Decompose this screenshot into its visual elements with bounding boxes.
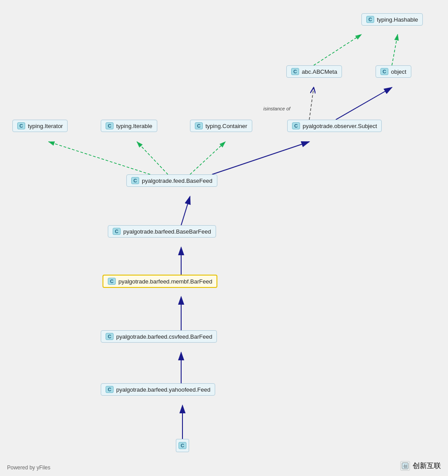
node-label: pyalgotrade.barfeed.membf.BarFeed	[118, 278, 212, 285]
node-label: pyalgotrade.barfeed.yahoofeed.Feed	[116, 386, 210, 393]
node-observer-subject[interactable]: C pyalgotrade.observer.Subject	[287, 120, 382, 132]
node-typing-iterable[interactable]: C typing.Iterable	[101, 120, 157, 132]
c-badge: C	[106, 122, 114, 129]
svg-line-9	[212, 142, 309, 174]
node-membf-barfeed[interactable]: C pyalgotrade.barfeed.membf.BarFeed	[103, 275, 217, 288]
node-label: pyalgotrade.observer.Subject	[303, 123, 377, 129]
node-label: typing.Iterable	[116, 123, 152, 129]
footer-logo-text: 创新互联	[413, 461, 441, 471]
footer-logo: 创 创新互联	[400, 461, 441, 471]
svg-line-5	[309, 87, 314, 120]
node-typing-iterator[interactable]: C typing.Iterator	[12, 120, 68, 132]
node-label: pyalgotrade.barfeed.csvfeed.BarFeed	[116, 333, 213, 340]
c-badge: C	[178, 442, 186, 449]
node-object[interactable]: C object	[376, 65, 411, 78]
c-badge: C	[291, 68, 299, 75]
node-csvfeed-barfeed[interactable]: C pyalgotrade.barfeed.csvfeed.BarFeed	[101, 330, 217, 343]
diagram-container: C typing.Hashable C abc.ABCMeta C object…	[0, 0, 448, 476]
svg-line-3	[314, 34, 361, 65]
c-badge: C	[195, 122, 203, 129]
c-badge: C	[366, 16, 374, 23]
c-badge: C	[113, 228, 121, 235]
node-label: pyalgotrade.feed.BaseFeed	[142, 178, 213, 184]
svg-line-6	[190, 142, 225, 174]
node-label: typing.Hashable	[377, 16, 418, 23]
node-abc-abcmeta[interactable]: C abc.ABCMeta	[286, 65, 342, 78]
node-label: abc.ABCMeta	[302, 68, 337, 75]
node-typing-hashable[interactable]: C typing.Hashable	[361, 13, 423, 26]
logo-icon: 创	[400, 461, 410, 471]
c-badge: C	[131, 177, 139, 184]
node-unknown[interactable]: C	[176, 439, 189, 452]
c-badge: C	[106, 333, 114, 340]
c-badge: C	[292, 122, 300, 129]
svg-text:创: 创	[403, 464, 407, 468]
svg-line-4	[336, 87, 392, 120]
node-typing-container[interactable]: C typing.Container	[190, 120, 252, 132]
node-label: typing.Iterator	[28, 123, 63, 129]
node-label: pyalgotrade.barfeed.BaseBarFeed	[123, 228, 211, 235]
c-badge: C	[106, 386, 114, 393]
svg-line-2	[392, 34, 398, 65]
svg-line-7	[137, 142, 168, 174]
node-yahoofeed-feed[interactable]: C pyalgotrade.barfeed.yahoofeed.Feed	[101, 383, 215, 396]
node-basefeed[interactable]: C pyalgotrade.feed.BaseFeed	[126, 174, 217, 187]
c-badge: C	[380, 68, 388, 75]
node-label: object	[391, 68, 406, 75]
c-badge: C	[17, 122, 25, 129]
footer-powered-by: Powered by yFiles	[7, 465, 50, 471]
node-label: typing.Container	[205, 123, 247, 129]
svg-line-10	[181, 196, 190, 225]
node-basebarfeed[interactable]: C pyalgotrade.barfeed.BaseBarFeed	[108, 225, 216, 238]
svg-line-8	[49, 142, 150, 174]
isinstance-label: isinstance of	[263, 106, 290, 111]
c-badge: C	[108, 278, 116, 285]
